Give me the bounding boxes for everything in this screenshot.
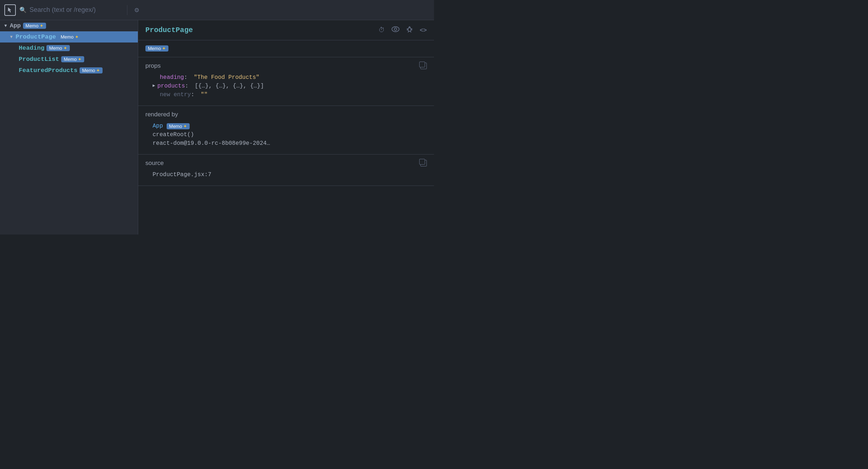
tree-item-heading[interactable]: Heading Memo ✦ (0, 43, 138, 54)
prop-colon: : (191, 91, 198, 98)
prop-no-arrow (153, 74, 160, 81)
sparkle-icon: ✦ (78, 57, 82, 62)
cursor-button[interactable] (4, 4, 16, 16)
eye-icon[interactable] (392, 26, 399, 34)
copy-source-button[interactable] (420, 160, 427, 166)
rendered-create-root: createRoot() (145, 130, 427, 139)
tree-item-productpage[interactable]: ▼ ProductPage Memo ✦ (0, 31, 138, 43)
memo-badge: Memo ✦ (80, 67, 103, 73)
memo-badge: Memo ✦ (58, 34, 81, 40)
sparkle-icon: ✦ (40, 23, 44, 28)
expand-arrow: ▼ (4, 23, 7, 28)
sparkle-icon: ✦ (96, 68, 100, 73)
code-icon[interactable]: <> (420, 27, 427, 34)
component-name: ProductList (19, 56, 59, 63)
tree-item-app[interactable]: ▼ App Memo ✦ (0, 20, 138, 31)
rendered-by-app: App Memo ✦ (145, 122, 427, 130)
props-title: props (145, 62, 427, 70)
detail-header-icons: ⏱ <> (379, 26, 427, 35)
rendered-react-dom: react-dom@19.0.0-rc-8b08e99e-2024… (145, 139, 427, 148)
sparkle-icon: ✦ (183, 124, 187, 129)
search-input-placeholder[interactable]: Search (text or /regex/) (30, 6, 96, 14)
toolbar: 🔍 Search (text or /regex/) ⚙ (0, 0, 434, 20)
memo-badge: Memo ✦ (23, 23, 46, 29)
prop-value-heading: "The Food Products" (194, 74, 259, 81)
prop-value-products: [{…}, {…}, {…}, {…}] (195, 83, 264, 89)
copy-props-button[interactable] (420, 63, 427, 69)
bug-icon[interactable] (406, 26, 413, 35)
expand-arrow: ▼ (10, 35, 13, 40)
prop-products: ▶ products : [{…}, {…}, {…}, {…}] (145, 82, 427, 90)
prop-key-heading: heading (160, 74, 184, 81)
detail-title: ProductPage (145, 26, 193, 34)
prop-no-arrow (153, 91, 160, 98)
svg-point-1 (394, 28, 397, 31)
component-name: App (10, 22, 21, 29)
prop-key-new-entry: new entry (160, 91, 191, 98)
sparkle-icon: ✦ (162, 46, 166, 51)
memo-section: Memo ✦ (138, 40, 434, 57)
rendered-memo-badge: Memo ✦ (167, 123, 190, 129)
timer-icon[interactable]: ⏱ (379, 26, 385, 34)
tree-item-productlist[interactable]: ProductList Memo ✦ (0, 54, 138, 65)
settings-button[interactable]: ⚙ (131, 4, 143, 16)
main-content: ▼ App Memo ✦ ▼ ProductPage Memo ✦ Headin… (0, 20, 434, 234)
toolbar-left: 🔍 Search (text or /regex/) ⚙ (4, 4, 143, 16)
memo-badge-detail: Memo ✦ (145, 45, 168, 52)
props-section: props heading : "The Food Products" ▶ pr… (138, 57, 434, 106)
create-root-text: createRoot() (153, 131, 194, 138)
rendered-app-name[interactable]: App (153, 123, 163, 129)
tree-item-featuredproducts[interactable]: FeaturedProducts Memo ✦ (0, 65, 138, 76)
component-tree-panel: ▼ App Memo ✦ ▼ ProductPage Memo ✦ Headin… (0, 20, 138, 234)
prop-key-products: products (157, 83, 185, 89)
source-file[interactable]: ProductPage.jsx:7 (145, 170, 427, 179)
detail-panel: ProductPage ⏱ <> (138, 20, 434, 234)
component-name: ProductPage (15, 34, 56, 40)
react-dom-text: react-dom@19.0.0-rc-8b08e99e-2024… (153, 140, 270, 147)
prop-colon: : (184, 74, 191, 81)
rendered-by-title: rendered by (145, 111, 427, 118)
sparkle-icon: ✦ (75, 34, 79, 40)
prop-new-entry: new entry : "" (145, 90, 427, 99)
toolbar-divider (127, 5, 127, 15)
sparkle-icon: ✦ (63, 45, 67, 51)
search-icon: 🔍 (19, 6, 27, 14)
rendered-by-section: rendered by App Memo ✦ createRoot() reac… (138, 106, 434, 155)
search-area: 🔍 Search (text or /regex/) (19, 6, 123, 14)
source-section: source ProductPage.jsx:7 (138, 155, 434, 186)
prop-value-new-entry: "" (201, 91, 208, 98)
memo-badge: Memo ✦ (61, 56, 84, 62)
source-title: source (145, 160, 427, 167)
svg-rect-2 (408, 28, 411, 31)
component-name: FeaturedProducts (19, 67, 77, 74)
prop-colon: : (185, 83, 192, 89)
component-name: Heading (19, 45, 44, 52)
detail-header: ProductPage ⏱ <> (138, 20, 434, 40)
prop-heading: heading : "The Food Products" (145, 73, 427, 82)
prop-expand-arrow[interactable]: ▶ (153, 83, 155, 88)
memo-badge: Memo ✦ (46, 45, 69, 51)
svg-point-0 (392, 27, 399, 32)
